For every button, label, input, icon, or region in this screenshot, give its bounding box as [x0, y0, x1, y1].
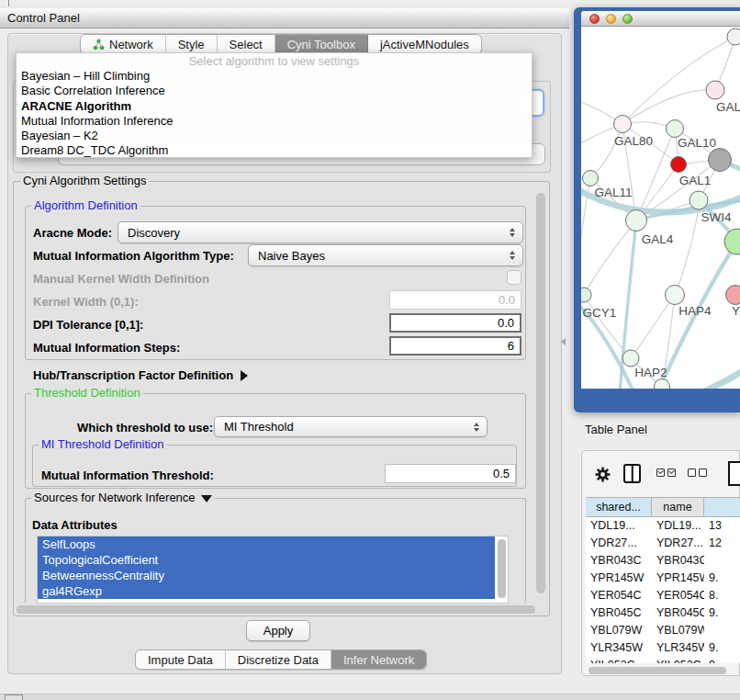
network-edge[interactable]	[699, 368, 740, 389]
network-node[interactable]	[666, 286, 685, 305]
algorithm-option[interactable]: Basic Correlation Inference	[17, 84, 532, 98]
algorithm-option[interactable]: Bayesian – K2	[17, 129, 532, 143]
mi-steps-field[interactable]: 6	[389, 336, 521, 356]
cyni-mode-tabs: Impute Data Discretize Data Infer Networ…	[135, 649, 427, 670]
pane-splitter-handle[interactable]	[561, 338, 566, 345]
network-node[interactable]	[671, 157, 687, 173]
table-cell: 9.	[704, 604, 740, 622]
network-node[interactable]	[724, 229, 740, 254]
network-node[interactable]	[726, 286, 740, 305]
gear-icon[interactable]	[594, 466, 611, 483]
tab-discretize-data[interactable]: Discretize Data	[226, 650, 331, 669]
attribute-item[interactable]: SelfLoops	[38, 536, 495, 552]
network-node[interactable]	[709, 149, 732, 172]
tab-select[interactable]: Select	[218, 35, 275, 53]
network-node[interactable]	[690, 191, 708, 209]
manual-kernel-label: Manual Kernel Width Definition	[33, 272, 209, 286]
table-row[interactable]: YBL079WYBL079W	[586, 622, 740, 639]
tab-jactivemnodules[interactable]: jActiveMNodules	[368, 35, 481, 53]
network-node[interactable]	[706, 81, 724, 99]
network-node[interactable]	[727, 28, 740, 45]
settings-vertical-scrollbar[interactable]	[536, 193, 545, 593]
settings-horizontal-scrollbar[interactable]	[17, 605, 535, 614]
network-node[interactable]	[655, 379, 670, 390]
table-row[interactable]: YDR27...YDR27...12	[586, 535, 740, 552]
document-icon[interactable]	[728, 461, 740, 486]
algorithm-option[interactable]: ARACNE Algorithm	[17, 99, 532, 114]
minimized-panel-icon[interactable]	[5, 694, 23, 700]
sources-title[interactable]: Sources for Network Inference	[31, 491, 215, 504]
node-label: Y	[732, 304, 740, 318]
aracne-mode-combo[interactable]: Discovery	[118, 221, 523, 243]
kernel-width-field[interactable]: 0.0	[389, 290, 521, 310]
mi-type-combo[interactable]: Naive Bayes	[248, 244, 523, 266]
table-row[interactable]: YDL19...YDL19...13	[586, 517, 740, 535]
table-row[interactable]: YER054CYER054C8.	[586, 587, 740, 604]
hub-definition-expander[interactable]: Hub/Transcription Factor Definition	[33, 367, 248, 383]
algorithm-definition-title: Algorithm Definition	[31, 199, 140, 212]
data-attributes-list[interactable]: SelfLoopsTopologicalCoefficientBetweenne…	[37, 536, 509, 604]
split-columns-icon[interactable]	[623, 464, 641, 483]
node-label: HAP4	[678, 304, 712, 318]
attribute-item[interactable]: gal4RGexp	[38, 583, 495, 599]
network-window-titlebar[interactable]	[581, 11, 740, 27]
minimize-window-icon[interactable]	[606, 14, 616, 24]
network-node[interactable]	[614, 116, 632, 133]
table-row[interactable]: YBR045CYBR045C9.	[586, 604, 740, 622]
tab-style[interactable]: Style	[166, 35, 218, 53]
checked-box-icon[interactable]	[656, 469, 665, 477]
dpi-tolerance-field[interactable]: 0.0	[389, 313, 521, 333]
network-node[interactable]	[581, 288, 591, 302]
expanded-arrow-icon	[201, 495, 212, 502]
tab-impute-data[interactable]: Impute Data	[136, 650, 226, 669]
unchecked-box-icon[interactable]	[688, 469, 696, 477]
table-row[interactable]: YIL052CYIL052C9	[586, 657, 740, 663]
node-label: GAL	[716, 100, 740, 114]
network-node[interactable]	[622, 350, 639, 367]
network-node[interactable]	[667, 120, 684, 138]
column-header[interactable]: shared...	[586, 498, 652, 516]
column-header[interactable]	[704, 498, 740, 516]
control-panel-tabs: Network Style Select Cyni Toolbox jActiv…	[80, 34, 482, 54]
tab-cyni-toolbox[interactable]: Cyni Toolbox	[275, 35, 368, 53]
network-node[interactable]	[583, 171, 599, 186]
algorithm-option[interactable]: Mutual Information Inference	[17, 114, 532, 129]
mi-threshold-label: Mutual Information Threshold:	[41, 469, 214, 482]
table-row[interactable]: YBR043CYBR043C	[586, 552, 740, 570]
manual-kernel-checkbox[interactable]	[507, 270, 521, 285]
mi-steps-label: Mutual Information Steps:	[33, 341, 180, 355]
column-header[interactable]: name	[652, 498, 704, 516]
algorithm-option[interactable]: Dream8 DC_TDC Algorithm	[17, 143, 532, 158]
apply-button[interactable]: Apply	[246, 620, 310, 641]
checked-box-icon[interactable]	[667, 469, 676, 477]
network-edge[interactable]	[590, 124, 622, 178]
which-threshold-combo[interactable]: MI Threshold	[214, 416, 488, 437]
node-label: GAL4	[642, 232, 674, 246]
mi-threshold-field[interactable]: 0.5	[385, 464, 516, 483]
table-panel-title: Table Panel	[585, 423, 647, 436]
algorithm-option[interactable]: Bayesian – Hill Climbing	[17, 69, 532, 84]
table-cell: YBR043C	[652, 552, 704, 570]
control-panel-title: Control Panel	[7, 11, 80, 25]
attribute-item[interactable]: TopologicalCoefficient	[38, 552, 495, 568]
table-cell: YBR043C	[586, 552, 652, 570]
network-edge[interactable]	[622, 90, 715, 124]
tab-infer-network[interactable]: Infer Network	[331, 650, 426, 669]
screen: Control Panel Network Style Select Cyni …	[0, 0, 740, 700]
table-row[interactable]: YLR345WYLR345W9.	[586, 639, 740, 657]
node-label: GAL11	[594, 186, 632, 199]
zoom-window-icon[interactable]	[622, 14, 633, 24]
attributes-scrollbar[interactable]	[498, 539, 506, 598]
tab-network[interactable]: Network	[81, 35, 166, 53]
table-cell: YLR345W	[586, 639, 652, 657]
unchecked-box-icon[interactable]	[699, 469, 707, 477]
network-tab-icon	[93, 39, 105, 51]
network-edge[interactable]	[675, 209, 699, 295]
table-row[interactable]: YPR145WYPR145W9.	[586, 570, 740, 587]
attribute-item[interactable]: BetweennessCentrality	[38, 568, 495, 583]
table-horizontal-scrollbar[interactable]	[589, 667, 726, 674]
network-node[interactable]	[626, 210, 647, 231]
network-canvas[interactable]: GALGAL80GAL10GAL1GAL11SWI4GAL4GCY1HAP4YH…	[581, 27, 740, 389]
network-view-window[interactable]: GALGAL80GAL10GAL1GAL11SWI4GAL4GCY1HAP4YH…	[574, 7, 740, 412]
close-window-icon[interactable]	[589, 14, 600, 24]
